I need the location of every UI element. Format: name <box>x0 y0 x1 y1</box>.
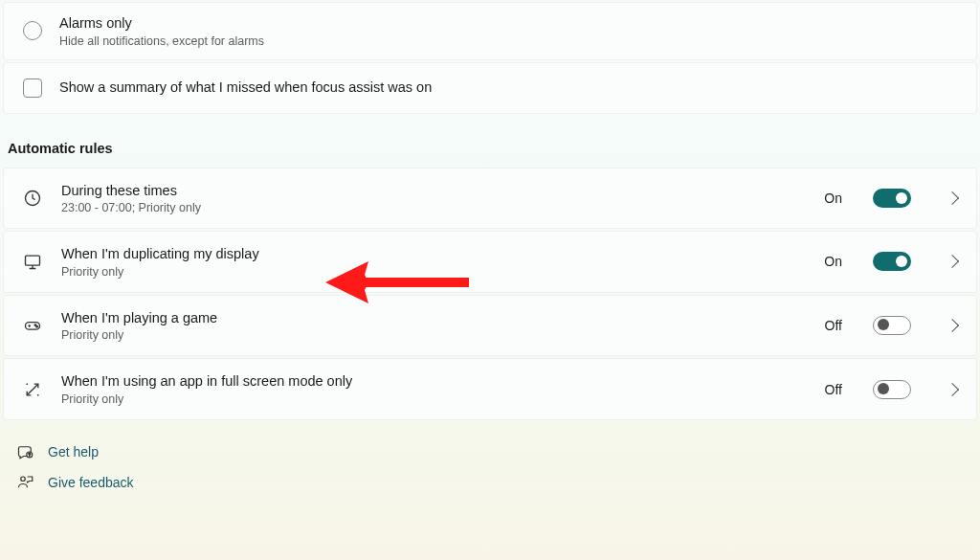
summary-card: Show a summary of what I missed when foc… <box>3 62 977 114</box>
clock-icon <box>23 189 42 208</box>
alarms-only-text: Alarms only Hide all notifications, exce… <box>59 14 957 48</box>
rule-state-label: On <box>815 190 842 206</box>
rule-text: When I'm duplicating my display Priority… <box>61 245 796 279</box>
chevron-right-icon[interactable] <box>946 382 959 395</box>
expand-icon <box>23 380 42 399</box>
give-feedback-label: Give feedback <box>48 475 134 490</box>
rule-desc: Priority only <box>61 392 796 406</box>
rule-fullscreen-app[interactable]: When I'm using an app in full screen mod… <box>3 358 977 420</box>
summary-label: Show a summary of what I missed when foc… <box>59 78 432 98</box>
svg-rect-1 <box>26 257 40 266</box>
alarms-only-title: Alarms only <box>59 14 957 34</box>
rule-text: When I'm playing a game Priority only <box>61 309 796 343</box>
rule-text: During these times 23:00 - 07:00; Priori… <box>61 182 796 215</box>
summary-row[interactable]: Show a summary of what I missed when foc… <box>4 63 976 113</box>
toggle-switch[interactable] <box>873 316 911 335</box>
get-help-label: Get help <box>48 444 99 459</box>
rule-state-label: Off <box>815 382 842 397</box>
alarms-only-row[interactable]: Alarms only Hide all notifications, exce… <box>4 3 976 59</box>
rule-duplicating-display[interactable]: When I'm duplicating my display Priority… <box>3 231 977 293</box>
rule-desc: Priority only <box>61 265 796 279</box>
svg-point-7 <box>21 477 26 482</box>
feedback-icon <box>17 474 34 491</box>
rule-desc: Priority only <box>61 328 796 342</box>
svg-point-3 <box>34 325 35 326</box>
rule-title: When I'm using an app in full screen mod… <box>61 372 796 392</box>
footer-links: ? Get help Give feedback <box>0 422 980 491</box>
give-feedback-link[interactable]: Give feedback <box>17 474 963 491</box>
rule-title: During these times <box>61 182 796 201</box>
toggle-switch[interactable] <box>873 189 911 208</box>
chevron-right-icon[interactable] <box>946 191 959 205</box>
rule-desc: 23:00 - 07:00; Priority only <box>61 201 796 214</box>
radio-unchecked-icon[interactable] <box>23 21 42 40</box>
gamepad-icon <box>23 316 42 335</box>
chevron-right-icon[interactable] <box>946 255 959 268</box>
rule-during-times[interactable]: During these times 23:00 - 07:00; Priori… <box>3 168 977 230</box>
toggle-switch[interactable] <box>873 380 911 399</box>
svg-point-4 <box>36 325 37 327</box>
rule-title: When I'm playing a game <box>61 309 796 328</box>
rule-title: When I'm duplicating my display <box>61 245 796 264</box>
get-help-link[interactable]: ? Get help <box>17 443 963 460</box>
rule-playing-game[interactable]: When I'm playing a game Priority only Of… <box>3 295 977 357</box>
help-icon: ? <box>17 443 34 460</box>
rule-text: When I'm using an app in full screen mod… <box>61 372 796 406</box>
rule-state-label: Off <box>815 318 842 333</box>
chevron-right-icon[interactable] <box>946 319 959 332</box>
toggle-switch[interactable] <box>873 252 911 271</box>
automatic-rules-header: Automatic rules <box>0 116 980 166</box>
alarms-only-desc: Hide all notifications, except for alarm… <box>59 34 957 48</box>
alarms-only-card: Alarms only Hide all notifications, exce… <box>3 2 977 60</box>
monitor-icon <box>23 252 42 271</box>
checkbox-unchecked-icon[interactable] <box>23 78 42 98</box>
rule-state-label: On <box>815 254 842 269</box>
